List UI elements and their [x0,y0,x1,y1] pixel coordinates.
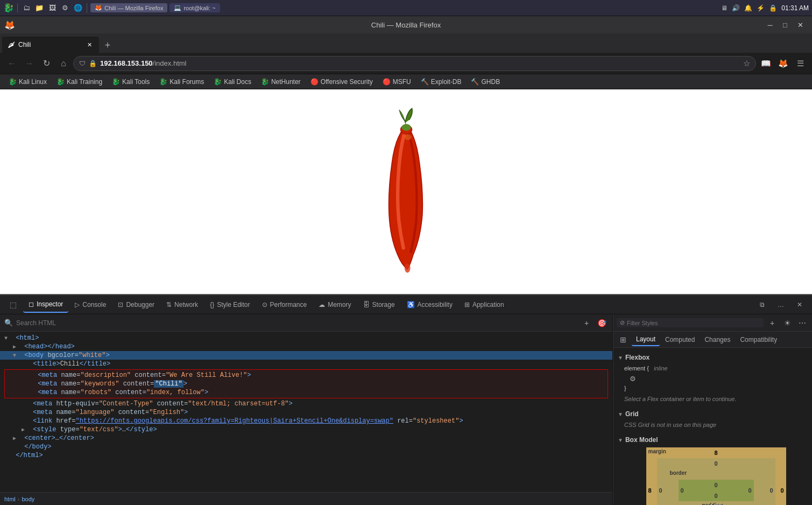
taskbar-settings-icon[interactable]: ⚙ [60,3,70,13]
bookmark-nethunter[interactable]: 🐉 NetHunter [257,77,305,87]
tab-network[interactable]: ⇅ Network [161,297,203,313]
tab-performance[interactable]: ⊙ Performance [257,297,313,313]
box-border-top-val[interactable]: 0 [714,460,717,467]
bookmark-kali-docs[interactable]: 🐉 Kali Docs [209,77,256,87]
address-bar[interactable]: 🛡 🔒 192.168.153.150/index.html ☆ [73,56,756,71]
browser-tab-chili[interactable]: 🌶 Chili ✕ [2,37,99,53]
box-padding-top-val[interactable]: 0 [714,482,717,488]
bookmark-kali-forums[interactable]: 🐉 Kali Forums [155,77,208,87]
element-picker-button[interactable]: ⬚ [4,297,22,313]
tab-close-button[interactable]: ✕ [85,40,94,49]
devtools-dock-button[interactable]: ⧉ [754,297,770,313]
back-button[interactable]: ← [4,56,19,71]
tab-changes[interactable]: Changes [700,334,735,346]
html-line-body[interactable]: ▼ <body bgcolor="white"> [0,351,612,360]
sys-icon-monitor[interactable]: 🖥 [721,4,728,12]
menu-button[interactable]: ☰ [793,56,808,71]
tab-inspector[interactable]: ◻ Inspector [23,297,68,313]
firefox-account-icon[interactable]: 🦊 [775,56,790,71]
box-padding-left-val[interactable]: 0 [681,487,684,494]
tab-style-editor[interactable]: {} Style Editor [204,297,255,313]
breadcrumb-html[interactable]: html [4,496,16,502]
bookmark-kali-linux[interactable]: 🐉 Kali Linux [4,77,51,87]
taskbar-firefox-app[interactable]: 🦊 Chili — Mozilla Firefox [90,3,167,12]
sys-icon-notify[interactable]: 🔔 [744,4,752,12]
tab-compatibility[interactable]: Compatibility [736,334,781,346]
html-line-meta-ct[interactable]: <meta http-equiv="Content-Type" content=… [0,399,612,408]
styles-more-options[interactable]: ⋯ [796,317,809,329]
taskbar-folder-icon[interactable]: 📁 [34,3,45,13]
close-button[interactable]: ✕ [793,17,808,32]
tab-layout[interactable]: Layout [632,333,660,346]
styles-filter-input[interactable] [627,320,760,326]
html-search-add-node[interactable]: + [580,317,593,329]
home-button[interactable]: ⌂ [56,56,71,71]
expand-head-arrow[interactable]: ▶ [13,343,20,350]
tab-application[interactable]: ⊞ Application [459,297,510,313]
html-line-link[interactable]: <link href="https://fonts.googleapis.com… [0,417,612,425]
taskbar-files-icon[interactable]: 🗂 [21,3,32,13]
tab-console[interactable]: ▷ Console [69,297,111,313]
bookmark-kali-training[interactable]: 🐉 Kali Training [52,77,107,87]
box-margin-left-val[interactable]: 8 [648,487,652,494]
breadcrumb-body[interactable]: body [22,496,34,502]
html-line-meta-desc[interactable]: <meta name="description" content="We Are… [5,371,608,380]
kali-menu-icon[interactable]: 🐉 [3,3,14,13]
box-padding-right-val[interactable]: 0 [748,487,751,494]
html-line-html[interactable]: ▼ <html> [0,334,612,342]
taskbar-terminal-app[interactable]: 💻 root@kali: ~ [170,3,220,12]
minimize-button[interactable]: ─ [762,17,778,32]
new-tab-button[interactable]: + [100,38,115,53]
box-padding-bottom-val[interactable]: 0 [714,493,717,499]
sys-icon-power[interactable]: ⚡ [757,4,765,12]
expand-body-arrow[interactable]: ▼ [13,353,20,359]
html-line-title[interactable]: <title>Chili</title> [0,360,612,368]
box-margin-top-val[interactable]: 8 [714,450,717,456]
html-line-meta-keywords[interactable]: <meta name="keywords" content="Chili"> [5,380,608,388]
sys-icon-lock[interactable]: 🔒 [769,4,777,12]
html-search-pick[interactable]: 🎯 [595,317,608,329]
html-line-style[interactable]: ▶ <style type="text/css">…</style> [0,425,612,434]
bookmark-exploit-db[interactable]: 🔨 Exploit-DB [416,77,466,87]
box-label-margin: margin [648,448,666,454]
refresh-button[interactable]: ↻ [39,56,54,71]
devtools-more-button[interactable]: … [772,297,789,313]
styles-filter[interactable]: ⊘ [617,318,764,327]
bookmark-kali-tools[interactable]: 🐉 Kali Tools [108,77,154,87]
tab-debugger[interactable]: ⊡ Debugger [112,297,160,313]
bookmark-ghdb[interactable]: 🔨 GHDB [467,77,504,87]
html-search-input[interactable] [16,319,577,327]
tab-memory[interactable]: ☁ Memory [313,297,356,313]
box-margin-right-val[interactable]: 0 [780,487,783,494]
html-line-head[interactable]: ▶ <head></head> [0,342,612,351]
pocket-icon[interactable]: 📖 [758,56,773,71]
styles-add-rule[interactable]: + [766,317,779,329]
html-line-center[interactable]: ▶ <center>…</center> [0,434,612,443]
grid-section-header[interactable]: ▼ Grid [618,409,808,419]
tab-computed[interactable]: Computed [661,334,699,346]
box-model-section-header[interactable]: ▼ Box Model [618,434,808,445]
bookmark-msfu[interactable]: 🔴 MSFU [378,77,415,87]
taskbar-browser-launcher[interactable]: 🌐 [73,3,83,13]
box-border-right-val[interactable]: 0 [769,487,773,494]
element-settings-icon[interactable]: ⚙ [630,375,636,383]
bookmark-star-icon[interactable]: ☆ [743,59,750,68]
sys-icon-sound[interactable]: 🔊 [732,4,740,12]
box-border-left-val[interactable]: 0 [659,487,662,494]
maximize-button[interactable]: □ [778,17,793,32]
taskbar-time-area: 🖥 🔊 🔔 ⚡ 🔒 01:31 AM [721,4,809,12]
tab-storage[interactable]: 🗄 Storage [358,297,400,313]
flexbox-section-header[interactable]: ▼ Flexbox [618,352,808,363]
expand-html-arrow[interactable]: ▼ [4,335,12,341]
html-line-body-end[interactable]: </body> [0,443,612,451]
bookmark-offensive-security[interactable]: 🔴 Offensive Security [306,77,377,87]
forward-button[interactable]: → [22,56,37,71]
tab-accessibility[interactable]: ♿ Accessibility [401,297,458,313]
devtools-close-button[interactable]: ✕ [792,297,808,313]
tab-layout-icon[interactable]: ⊞ [616,333,631,346]
html-line-meta-lang[interactable]: <meta name="language" content="English"> [0,408,612,417]
html-line-html-end[interactable]: </html> [0,451,612,460]
html-line-meta-robots[interactable]: <meta name="robots" content="index, foll… [5,388,608,397]
taskbar-viewer-icon[interactable]: 🖼 [47,3,58,13]
styles-color-scheme[interactable]: ☀ [781,317,794,329]
